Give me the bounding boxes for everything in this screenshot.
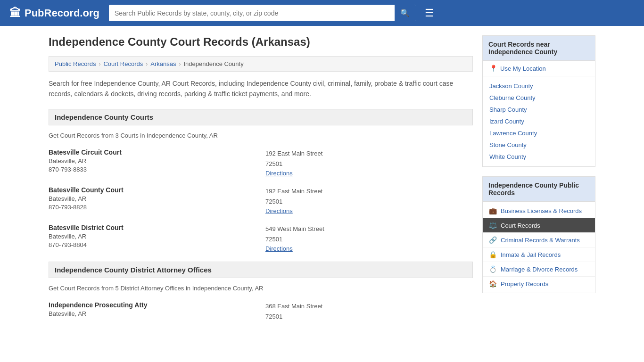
- public-records-list: 💼 Business Licenses & Records ⚖️ Court R…: [483, 202, 595, 293]
- court-entry-3: Batesville District Court Batesville, AR…: [49, 224, 473, 252]
- main-content: Independence County Court Records (Arkan…: [49, 35, 473, 332]
- breadcrumb-arkansas[interactable]: Arkansas: [150, 60, 176, 67]
- house-icon: 🏠: [488, 280, 497, 288]
- nearby-county-5[interactable]: Lawrence County: [483, 127, 595, 139]
- pr-item-business[interactable]: 💼 Business Licenses & Records: [483, 204, 595, 218]
- pr-item-court[interactable]: ⚖️ Court Records: [483, 218, 595, 233]
- court-name-1: Batesville Circuit Court: [49, 148, 256, 156]
- court-city-3: Batesville, AR: [49, 233, 256, 240]
- court-phone-2: 870-793-8828: [49, 204, 256, 211]
- court-address-2: 192 East Main Street 72501 Directions: [265, 186, 473, 214]
- rings-icon: 💍: [488, 265, 497, 273]
- nearby-county-7[interactable]: White County: [483, 151, 595, 163]
- scales-icon: ⚖️: [488, 222, 497, 229]
- da-info-1: Independence Prosecuting Atty Batesville…: [49, 301, 256, 319]
- directions-link-2[interactable]: Directions: [265, 207, 293, 214]
- breadcrumb-current: Independence County: [183, 60, 243, 67]
- court-addr-line1-3: 549 West Main Street: [265, 224, 473, 234]
- breadcrumb-sep-2: ›: [146, 61, 148, 67]
- court-info-3: Batesville District Court Batesville, AR…: [49, 224, 256, 248]
- logo-icon: 🏛: [9, 7, 21, 20]
- lock-icon: 🔒: [488, 251, 497, 258]
- search-button[interactable]: 🔍: [395, 5, 415, 21]
- site-header: 🏛 PubRecord.org 🔍 ☰: [0, 0, 644, 26]
- breadcrumb-sep-3: ›: [179, 61, 181, 67]
- courts-section-header: Independence County Courts: [49, 109, 473, 125]
- public-records-title: Independence County Public Records: [483, 177, 595, 202]
- da-address-1: 368 East Main Street 72501: [265, 301, 473, 322]
- court-entry-1: Batesville Circuit Court Batesville, AR …: [49, 148, 473, 177]
- da-name-1: Independence Prosecuting Atty: [49, 301, 256, 309]
- court-addr-line1-1: 192 East Main Street: [265, 148, 473, 159]
- breadcrumb-sep-1: ›: [99, 61, 100, 67]
- nearby-county-6[interactable]: Stone County: [483, 139, 595, 151]
- court-addr-line2-2: 72501: [265, 197, 473, 207]
- location-pin-icon: 📍: [489, 65, 497, 72]
- nearby-county-2[interactable]: Cleburne County: [483, 92, 595, 104]
- directions-link-1[interactable]: Directions: [265, 170, 293, 177]
- court-entry-2: Batesville County Court Batesville, AR 8…: [49, 186, 473, 214]
- breadcrumb: Public Records › Court Records › Arkansa…: [49, 56, 473, 72]
- court-addr-line2-1: 72501: [265, 159, 473, 169]
- logo-text: PubRecord.org: [25, 7, 99, 19]
- pr-item-inmate[interactable]: 🔒 Inmate & Jail Records: [483, 247, 595, 262]
- da-city-1: Batesville, AR: [49, 310, 256, 317]
- search-bar: 🔍: [109, 5, 415, 21]
- courts-section-desc: Get Court Records from 3 Courts in Indep…: [49, 130, 473, 141]
- briefcase-icon: 💼: [488, 207, 497, 214]
- use-my-location[interactable]: 📍 Use My Location: [483, 61, 595, 76]
- court-info-2: Batesville County Court Batesville, AR 8…: [49, 186, 256, 211]
- main-container: Independence County Court Records (Arkan…: [39, 26, 605, 341]
- nearby-county-list: Jackson County Cleburne County Sharp Cou…: [483, 76, 595, 166]
- court-phone-3: 870-793-8804: [49, 241, 256, 248]
- nearby-county-1[interactable]: Jackson County: [483, 80, 595, 92]
- search-input[interactable]: [109, 6, 395, 21]
- link-icon: 🔗: [488, 236, 497, 244]
- da-section-desc: Get Court Records from 5 District Attorn…: [49, 283, 473, 294]
- court-address-1: 192 East Main Street 72501 Directions: [265, 148, 473, 177]
- court-addr-line2-3: 72501: [265, 234, 473, 245]
- nearby-county-4[interactable]: Izard County: [483, 115, 595, 127]
- page-title: Independence County Court Records (Arkan…: [49, 35, 473, 49]
- page-description: Search for free Independence County, AR …: [49, 78, 473, 99]
- breadcrumb-court-records[interactable]: Court Records: [103, 60, 143, 67]
- court-address-3: 549 West Main Street 72501 Directions: [265, 224, 473, 252]
- pr-item-marriage[interactable]: 💍 Marriage & Divorce Records: [483, 262, 595, 277]
- pr-item-criminal[interactable]: 🔗 Criminal Records & Warrants: [483, 233, 595, 247]
- court-name-3: Batesville District Court: [49, 224, 256, 231]
- da-section-header: Independence County District Attorney Of…: [49, 262, 473, 278]
- sidebar: Court Records near Independence County 📍…: [482, 35, 595, 332]
- menu-button[interactable]: ☰: [425, 8, 434, 18]
- nearby-county-3[interactable]: Sharp County: [483, 104, 595, 115]
- site-logo[interactable]: 🏛 PubRecord.org: [9, 7, 99, 20]
- court-phone-1: 870-793-8833: [49, 166, 256, 173]
- da-addr-line2-1: 72501: [265, 312, 473, 322]
- da-entry-1: Independence Prosecuting Atty Batesville…: [49, 301, 473, 322]
- use-my-location-label: Use My Location: [500, 65, 546, 72]
- pr-item-property[interactable]: 🏠 Property Records: [483, 277, 595, 291]
- public-records-box: Independence County Public Records 💼 Bus…: [482, 176, 595, 293]
- court-city-1: Batesville, AR: [49, 157, 256, 165]
- court-city-2: Batesville, AR: [49, 195, 256, 202]
- court-name-2: Batesville County Court: [49, 186, 256, 194]
- nearby-title: Court Records near Independence County: [483, 36, 595, 61]
- court-addr-line1-2: 192 East Main Street: [265, 186, 473, 197]
- directions-link-3[interactable]: Directions: [265, 245, 293, 252]
- nearby-box: Court Records near Independence County 📍…: [482, 35, 595, 167]
- breadcrumb-public-records[interactable]: Public Records: [55, 60, 96, 67]
- da-addr-line1-1: 368 East Main Street: [265, 301, 473, 312]
- court-info-1: Batesville Circuit Court Batesville, AR …: [49, 148, 256, 173]
